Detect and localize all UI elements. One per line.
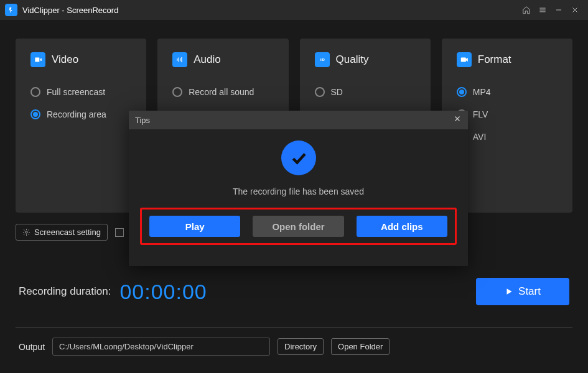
open-folder-button[interactable]: Open folder [253,216,343,237]
add-clips-button[interactable]: Add clips [357,216,447,237]
play-button[interactable]: Play [149,216,240,237]
open-folder-button[interactable]: Open Folder [331,338,390,355]
dialog-close-button[interactable] [453,114,462,126]
option-label: SD [331,87,343,97]
button-label: Open folder [272,221,324,232]
option-label: Recording area [47,109,106,119]
directory-button[interactable]: Directory [278,338,324,355]
format-option-avi[interactable]: AVI [457,126,558,148]
svg-rect-0 [177,58,178,61]
video-panel-label: Video [52,53,78,66]
play-icon [505,287,513,296]
close-button[interactable] [567,2,583,18]
option-label: FLV [473,109,488,119]
button-label: Screencast setting [34,228,101,237]
home-button[interactable] [518,2,534,18]
option-label: AVI [473,132,487,142]
svg-rect-1 [179,58,179,62]
radio-icon [30,87,40,97]
option-label: Full screencast [47,87,105,97]
svg-point-7 [26,231,27,233]
dialog-title: Tips [135,116,453,125]
quality-panel-label: Quality [336,53,369,66]
button-label: Start [518,285,541,298]
toolbar-checkbox[interactable] [115,228,124,237]
radio-icon [457,87,467,97]
svg-rect-6 [461,58,466,62]
option-label: Record all sound [189,87,254,97]
option-label: MP4 [473,87,491,97]
radio-icon [30,109,40,119]
app-logo [5,4,17,16]
radio-icon [315,87,325,97]
audio-option-record-all[interactable]: Record all sound [172,81,273,103]
radio-icon [172,87,182,97]
close-icon [453,114,462,123]
output-path-input[interactable] [52,338,270,356]
start-button[interactable]: Start [476,278,569,305]
audio-panel-label: Audio [194,53,220,66]
tips-dialog: Tips The recording file has been saved P… [129,111,468,266]
output-label: Output [19,342,45,352]
button-label: Open Folder [338,342,383,351]
button-label: Directory [284,342,317,351]
quality-icon: HD [315,52,330,67]
video-panel: Video Full screencast Recording area [16,39,146,213]
button-label: Play [185,221,205,232]
video-option-recording-area[interactable]: Recording area [30,103,131,126]
format-panel-label: Format [478,53,511,66]
dialog-message: The recording file has been saved [233,186,364,196]
format-icon [457,52,472,67]
duration-value: 00:00:00 [119,280,207,304]
window-title: VidClipper - ScreenRecord [22,6,518,15]
video-option-full-screencast[interactable]: Full screencast [30,81,131,103]
svg-text:HD: HD [320,58,325,62]
format-option-mp4[interactable]: MP4 [457,81,558,103]
titlebar: VidClipper - ScreenRecord [0,0,588,20]
duration-label: Recording duration: [19,285,111,298]
success-check-icon [281,140,316,175]
svg-rect-3 [182,57,182,62]
divider [16,327,572,328]
menu-button[interactable] [534,2,551,18]
minimize-button[interactable] [551,2,567,18]
video-icon [30,52,45,67]
svg-rect-2 [180,58,180,62]
screencast-setting-button[interactable]: Screencast setting [16,224,108,241]
dialog-button-row: Play Open folder Add clips [140,208,457,245]
gear-icon [22,228,30,236]
button-label: Add clips [381,221,423,232]
audio-icon [172,52,187,67]
format-option-flv[interactable]: FLV [457,103,558,126]
quality-option-sd[interactable]: SD [315,81,416,103]
